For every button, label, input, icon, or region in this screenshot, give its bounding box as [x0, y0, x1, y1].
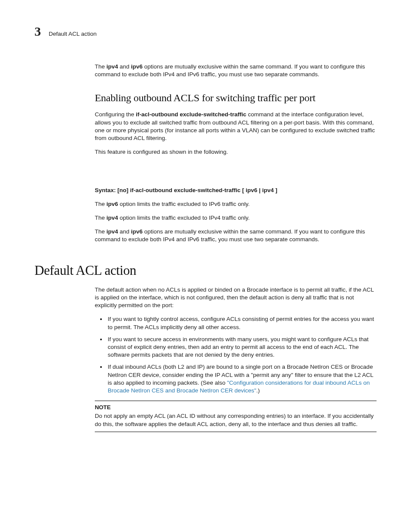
command-term: if-acl-outbound exclude-switched-traffic: [136, 111, 246, 118]
page: 3 Default ACL action The ipv4 and ipv6 o…: [0, 0, 411, 532]
running-header: 3 Default ACL action: [34, 25, 377, 38]
list-item: If you want to tightly control access, c…: [95, 315, 377, 331]
syntax-line: Syntax: [no] if-acl-outbound exclude-swi…: [95, 187, 377, 194]
ipv4-term: ipv4: [106, 215, 118, 221]
section-heading-enabling-outbound: Enabling outbound ACLS for switching tra…: [95, 92, 377, 104]
ipv4-term: ipv4: [106, 228, 118, 235]
intro-paragraph: The ipv4 and ipv6 options are mutually e…: [95, 63, 377, 78]
section1-p1: Configuring the if-acl-outbound exclude-…: [95, 111, 377, 142]
ipv6-term: ipv6: [131, 228, 143, 235]
section1-p3: The ipv6 option limits the traffic exclu…: [95, 200, 377, 208]
h1-wrap: Default ACL action: [34, 263, 377, 278]
section-heading-default-acl: Default ACL action: [34, 263, 377, 278]
section2-block: The default action when no ACLs is appli…: [95, 286, 377, 432]
section1-p5: The ipv4 and ipv6 options are mutually e…: [95, 228, 377, 243]
note-heading: NOTE: [95, 404, 377, 411]
ipv6-term: ipv6: [131, 63, 143, 70]
note-body: Do not apply an empty ACL (an ACL ID wit…: [95, 412, 377, 428]
bullet-list: If you want to tightly control access, c…: [95, 315, 377, 395]
ipv6-term: ipv6: [106, 201, 118, 207]
chapter-number: 3: [34, 25, 41, 38]
running-title: Default ACL action: [49, 31, 97, 37]
list-item: If dual inbound ACLs (both L2 and IP) ar…: [95, 363, 377, 395]
spacer: [95, 162, 377, 187]
section1-p4: The ipv4 option limits the traffic exclu…: [95, 214, 377, 222]
intro-block: The ipv4 and ipv6 options are mutually e…: [95, 63, 377, 244]
section1-p2: This feature is configured as shown in t…: [95, 148, 377, 156]
ipv4-term: ipv4: [106, 63, 118, 70]
section2-p1: The default action when no ACLs is appli…: [95, 286, 377, 310]
note-block: NOTE Do not apply an empty ACL (an ACL I…: [95, 401, 377, 432]
list-item: If you want to secure access in environm…: [95, 336, 377, 359]
